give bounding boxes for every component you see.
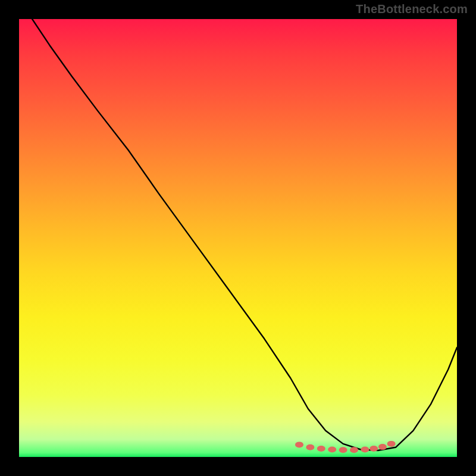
chart-stage: TheBottleneck.com xyxy=(0,0,476,476)
optimal-dot xyxy=(350,447,358,453)
optimal-dot xyxy=(339,447,347,453)
optimal-dot xyxy=(369,446,378,452)
optimal-dot xyxy=(378,444,387,450)
bottleneck-curve xyxy=(32,19,457,450)
optimal-dot xyxy=(317,446,325,452)
optimal-region-markers xyxy=(295,441,396,453)
optimal-dot xyxy=(361,447,369,453)
plot-area xyxy=(19,19,457,457)
chart-svg xyxy=(19,19,457,457)
optimal-dot xyxy=(328,447,336,453)
watermark-text: TheBottleneck.com xyxy=(356,2,468,16)
optimal-dot xyxy=(295,441,303,447)
optimal-dot xyxy=(387,441,396,447)
optimal-dot xyxy=(306,444,314,450)
